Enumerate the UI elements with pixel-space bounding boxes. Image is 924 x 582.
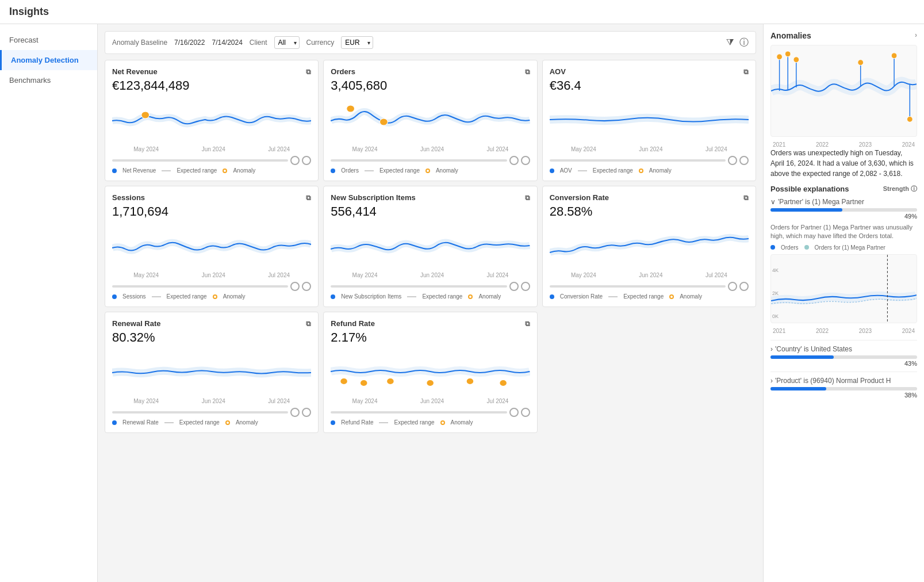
chart-legend-new-subscription: New Subscription Items Expected range An…: [331, 293, 530, 300]
panel-expand-icon[interactable]: ›: [915, 31, 917, 40]
mini-chart-partner: 4K 2K 0K: [770, 254, 917, 323]
metric-title-net-revenue: Net Revenue ⧉: [112, 67, 311, 76]
external-link-refund-rate[interactable]: ⧉: [525, 320, 530, 328]
explanation-bar-partner: [770, 208, 917, 212]
external-link-conversion-rate[interactable]: ⧉: [743, 194, 749, 202]
chart-labels-renewal-rate: May 2024 Jun 2024 Jul 2024: [112, 398, 311, 404]
metric-title-orders: Orders ⧉: [331, 67, 530, 76]
metric-card-aov: AOV ⧉ €36.4 May 2024 Jun 2024 Jul 2024: [542, 60, 756, 181]
svg-point-14: [793, 57, 799, 63]
metric-title-renewal-rate: Renewal Rate ⧉: [112, 319, 311, 328]
svg-point-12: [785, 51, 791, 57]
chart-slider-new-subscription[interactable]: [331, 282, 530, 291]
svg-point-18: [891, 53, 897, 59]
explanation-pct-country: 43%: [770, 360, 917, 367]
metric-value-new-subscription: 556,414: [331, 204, 530, 219]
chart-labels-sessions: May 2024 Jun 2024 Jul 2024: [112, 272, 311, 278]
anomalies-panel-title: Anomalies ›: [770, 31, 917, 40]
chart-labels-conversion-rate: May 2024 Jun 2024 Jul 2024: [550, 272, 749, 278]
chart-slider-sessions[interactable]: [112, 282, 311, 291]
chart-new-subscription: [331, 224, 530, 270]
chart-slider-conversion-rate[interactable]: [550, 282, 749, 291]
sidebar-item-label-anomaly: Anomaly Detection: [11, 56, 79, 64]
explanation-country-us: › 'Country' is United States 43%: [770, 345, 917, 367]
app-title: Insights: [0, 0, 924, 24]
metric-card-sessions: Sessions ⧉ 1,710,694 May 2024 Jun 2024 J…: [105, 186, 319, 307]
anomalies-overview-chart: [770, 45, 917, 137]
metric-card-renewal-rate: Renewal Rate ⧉ 80.32% May 2024 Jun 2024 …: [105, 312, 319, 433]
sidebar-item-label-forecast: Forecast: [9, 36, 39, 44]
sidebar-item-forecast[interactable]: Forecast: [0, 30, 97, 50]
anomaly-description: Orders was unexpectedly high on Tuesday,…: [770, 148, 917, 179]
chart-refund-rate: [331, 350, 530, 396]
chart-legend-sessions: Sessions Expected range Anomaly: [112, 293, 311, 300]
svg-point-6: [427, 380, 434, 386]
external-link-new-subscription[interactable]: ⧉: [525, 194, 530, 202]
explanation-bar-country: [770, 355, 917, 359]
external-link-aov[interactable]: ⧉: [743, 68, 749, 76]
chart-slider-orders[interactable]: [331, 156, 530, 165]
chart-labels-new-subscription: May 2024 Jun 2024 Jul 2024: [331, 272, 530, 278]
metrics-grid: Net Revenue ⧉ €123,844,489 May 2024 Jun: [105, 60, 756, 433]
anomaly-chart-year-labels: 2021 2022 2023 2024: [770, 141, 917, 148]
metric-card-net-revenue: Net Revenue ⧉ €123,844,489 May 2024 Jun: [105, 60, 319, 181]
right-panel: Anomalies ›: [763, 24, 924, 582]
chart-labels-aov: May 2024 Jun 2024 Jul 2024: [550, 146, 749, 152]
chart-labels-refund-rate: May 2024 Jun 2024 Jul 2024: [331, 398, 530, 404]
chart-slider-renewal-rate[interactable]: [112, 408, 311, 417]
mini-chart-x-labels: 2021 2022 2023 2024: [770, 328, 917, 334]
explanation-header-country[interactable]: › 'Country' is United States: [770, 345, 917, 353]
metric-title-refund-rate: Refund Rate ⧉: [331, 319, 530, 328]
svg-point-10: [777, 54, 783, 60]
chart-aov: [550, 98, 749, 144]
explanation-partner-mega: ∨ 'Partner' is (1) Mega Partner 49% Orde…: [770, 198, 917, 334]
chart-legend-renewal-rate: Renewal Rate Expected range Anomaly: [112, 419, 311, 426]
explanation-bar-product: [770, 387, 917, 390]
svg-point-1: [347, 105, 355, 112]
external-link-sessions[interactable]: ⧉: [306, 194, 311, 202]
svg-point-20: [907, 116, 913, 122]
metric-value-sessions: 1,710,694: [112, 204, 311, 219]
svg-point-16: [858, 60, 864, 66]
metric-title-conversion-rate: Conversion Rate ⧉: [550, 193, 749, 202]
header-icons: ⧩ ⓘ: [726, 37, 749, 49]
chart-slider-net-revenue[interactable]: [112, 156, 311, 165]
explanation-header-product[interactable]: › 'Product' is (96940) Normal Product H: [770, 377, 917, 385]
mini-chart-legend: Orders Orders for (1) Mega Partner: [770, 244, 917, 251]
external-link-net-revenue[interactable]: ⧉: [306, 68, 311, 76]
client-label: Client: [250, 39, 267, 47]
chart-slider-aov[interactable]: [550, 156, 749, 165]
chart-legend-aov: AOV Expected range Anomaly: [550, 167, 749, 174]
client-select[interactable]: All: [274, 36, 300, 49]
svg-text:4K: 4K: [772, 267, 779, 273]
svg-text:0K: 0K: [772, 313, 779, 319]
metric-value-conversion-rate: 28.58%: [550, 204, 749, 219]
explanation-header-partner[interactable]: ∨ 'Partner' is (1) Mega Partner: [770, 198, 917, 206]
sidebar: Forecast Anomaly Detection Benchmarks: [0, 24, 98, 582]
metric-card-refund-rate: Refund Rate ⧉ 2.17%: [323, 312, 537, 433]
date-start: 7/16/2022: [174, 39, 205, 47]
currency-label: Currency: [306, 39, 335, 47]
currency-select[interactable]: EUR: [341, 36, 373, 49]
external-link-renewal-rate[interactable]: ⧉: [306, 320, 311, 328]
chart-orders: [331, 98, 530, 144]
chart-legend-conversion-rate: Conversion Rate Expected range Anomaly: [550, 293, 749, 300]
external-link-orders[interactable]: ⧉: [525, 68, 530, 76]
filter-icon[interactable]: ⧩: [726, 37, 734, 49]
chart-legend-orders: Orders Expected range Anomaly: [331, 167, 530, 174]
svg-point-2: [380, 118, 388, 125]
possible-explanations-title: Possible explanations Strength ⓘ: [770, 185, 917, 193]
sidebar-item-label-benchmarks: Benchmarks: [9, 76, 51, 85]
chart-slider-refund-rate[interactable]: [331, 408, 530, 417]
chart-sessions: [112, 224, 311, 270]
svg-point-5: [387, 378, 394, 384]
svg-point-7: [467, 378, 474, 384]
metric-title-new-subscription: New Subscription Items ⧉: [331, 193, 530, 202]
date-end: 7/14/2024: [212, 39, 242, 47]
sidebar-item-benchmarks[interactable]: Benchmarks: [0, 70, 97, 90]
explanation-pct-product: 38%: [770, 392, 917, 399]
info-icon[interactable]: ⓘ: [739, 37, 749, 49]
sidebar-item-anomaly-detection[interactable]: Anomaly Detection: [0, 50, 97, 70]
metric-card-conversion-rate: Conversion Rate ⧉ 28.58% May 2024 Jun 20…: [542, 186, 756, 307]
metric-title-sessions: Sessions ⧉: [112, 193, 311, 202]
